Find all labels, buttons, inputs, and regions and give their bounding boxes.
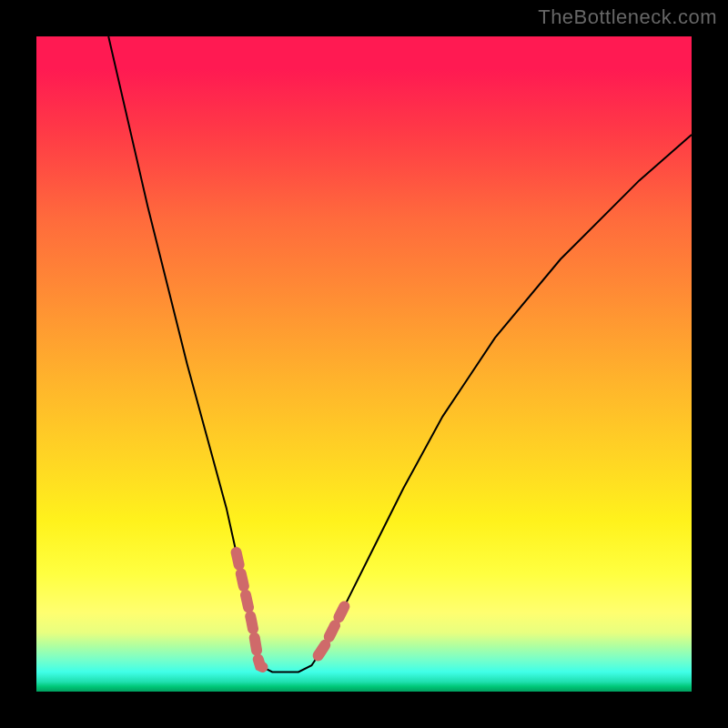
watermark-label: TheBottleneck.com: [538, 5, 717, 29]
chart-frame: TheBottleneck.com: [0, 0, 728, 728]
bottleneck-curve: [108, 36, 692, 672]
curve-svg: [36, 36, 692, 692]
plot-area: [36, 36, 692, 692]
highlight-left: [237, 552, 263, 667]
highlight-right: [318, 606, 345, 655]
